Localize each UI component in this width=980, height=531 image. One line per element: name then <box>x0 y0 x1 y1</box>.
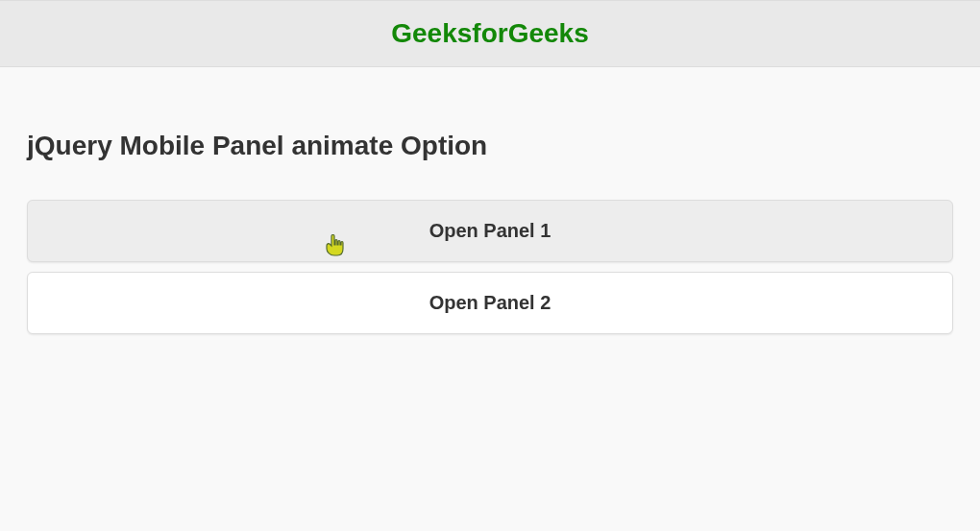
open-panel-1-button[interactable]: Open Panel 1 <box>27 200 953 262</box>
open-panel-2-button[interactable]: Open Panel 2 <box>27 272 953 334</box>
page-header: GeeksforGeeks <box>0 0 980 67</box>
page-heading: jQuery Mobile Panel animate Option <box>27 131 953 161</box>
site-title: GeeksforGeeks <box>0 18 980 49</box>
page-content: jQuery Mobile Panel animate Option Open … <box>0 67 980 371</box>
